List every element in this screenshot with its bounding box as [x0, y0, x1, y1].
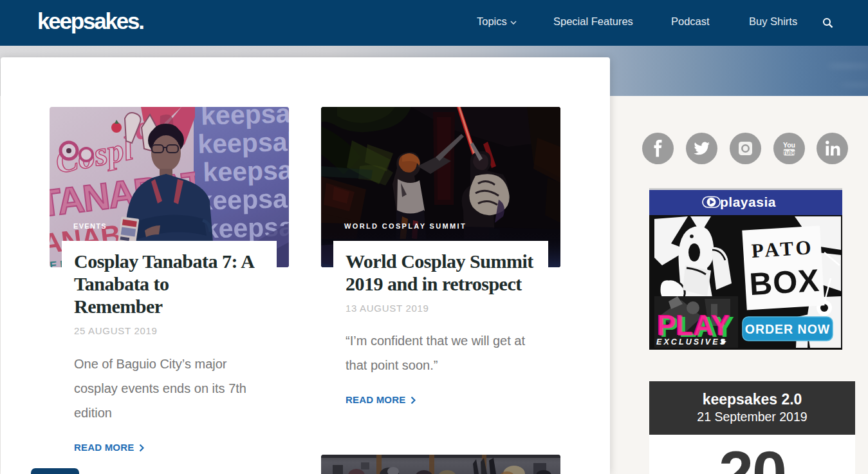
svg-text:EXCLUSIVES: EXCLUSIVES — [656, 337, 727, 346]
svg-text:PATO: PATO — [751, 236, 815, 262]
svg-text:You: You — [783, 141, 795, 149]
svg-text:BOX: BOX — [748, 263, 820, 302]
svg-text:ORDER NOW: ORDER NOW — [745, 322, 831, 336]
svg-text:PLAY: PLAY — [658, 310, 730, 341]
svg-text:Tube: Tube — [782, 149, 796, 156]
svg-text:playasia: playasia — [720, 194, 776, 209]
